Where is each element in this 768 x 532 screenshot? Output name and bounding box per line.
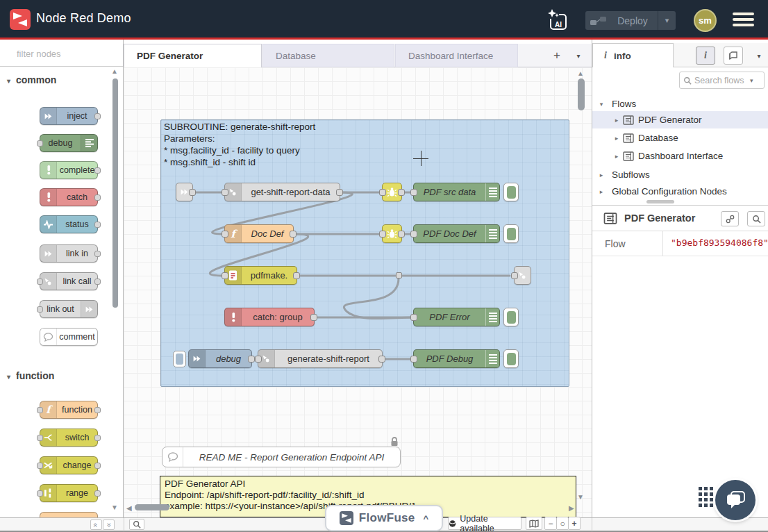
search-flows-box[interactable]: ▾ (679, 72, 765, 89)
zoom-out-button[interactable]: − (544, 517, 557, 530)
copy-link-button[interactable] (721, 211, 739, 226)
input-port[interactable] (37, 463, 43, 469)
flowfuse-panel-toggle[interactable]: FlowFuse ^ (325, 505, 443, 531)
sidebar-info-button[interactable]: i (696, 47, 715, 65)
output-port[interactable] (189, 189, 196, 196)
tree-item-database[interactable]: ▸ Database (592, 129, 768, 147)
output-port[interactable] (293, 272, 300, 279)
canvas-hscroll-thumb[interactable] (135, 504, 169, 510)
output-port[interactable] (94, 463, 101, 469)
input-port[interactable] (410, 189, 417, 196)
input-port[interactable] (255, 356, 262, 363)
output-port[interactable] (94, 113, 101, 119)
input-port[interactable] (410, 356, 417, 363)
hamburger-menu-icon[interactable] (733, 13, 754, 28)
output-port[interactable] (94, 222, 101, 228)
output-port[interactable] (94, 279, 101, 285)
filter-nodes-input[interactable] (4, 45, 108, 62)
scroll-left-icon[interactable]: ◀ (126, 504, 132, 512)
deploy-caret-icon[interactable]: ▾ (658, 11, 676, 30)
output-port[interactable] (94, 194, 101, 201)
palette-node-link-call[interactable]: link call (40, 272, 98, 290)
output-port[interactable] (248, 356, 255, 363)
tab-list-caret-icon[interactable]: ▾ (571, 49, 585, 63)
output-port[interactable] (94, 490, 101, 497)
output-port[interactable] (290, 231, 297, 238)
tree-hscroll-thumb[interactable] (646, 200, 674, 203)
input-port[interactable] (511, 272, 518, 279)
zoom-in-button[interactable]: + (568, 517, 581, 530)
node-link-out[interactable] (514, 266, 531, 285)
palette-node-function[interactable]: f function (40, 401, 98, 419)
chat-widget-button[interactable] (715, 480, 756, 520)
output-port[interactable] (94, 407, 101, 413)
scroll-down-icon[interactable]: ▼ (577, 493, 584, 501)
node-get-shift-report-data[interactable]: get-shift-report-data (224, 183, 340, 201)
canvas-vscroll-thumb[interactable] (578, 78, 585, 110)
deploy-button[interactable]: Deploy ▾ (585, 11, 676, 30)
node-generate-shift-report[interactable]: generate-shift-report (258, 349, 383, 368)
caret-down-icon[interactable]: ▾ (750, 77, 753, 84)
chat-drag-handle[interactable] (699, 487, 714, 512)
input-port[interactable] (37, 279, 43, 285)
search-flow-button[interactable] (747, 211, 765, 226)
input-port[interactable] (222, 272, 228, 279)
minimap-button[interactable] (526, 517, 542, 530)
zoom-reset-button[interactable]: ○ (556, 517, 569, 530)
palette-expand-all-button[interactable]: « (103, 519, 115, 530)
tree-item-dashboard-interface[interactable]: ▸ Dashboard Interface (592, 147, 768, 165)
sidebar-tab-info[interactable]: i info (592, 43, 674, 67)
inject-button[interactable] (173, 351, 186, 367)
tab-database[interactable]: Database (262, 44, 394, 67)
input-port[interactable] (37, 306, 43, 313)
scroll-up-icon[interactable]: ▲ (111, 67, 118, 75)
input-port[interactable] (410, 231, 417, 238)
palette-node-range[interactable]: range (40, 484, 98, 502)
scroll-down-icon[interactable]: ▼ (111, 504, 118, 511)
node-catch-group[interactable]: catch: group (224, 308, 315, 326)
palette-collapse-all-button[interactable]: « (90, 519, 102, 530)
search-flows-input[interactable] (694, 76, 747, 85)
tree-global-config[interactable]: ▸ Global Configuration Nodes (592, 183, 768, 200)
output-port[interactable] (94, 251, 101, 257)
palette-node-partial[interactable] (40, 512, 98, 517)
debug-toggle-button[interactable] (503, 308, 519, 326)
palette-category-function[interactable]: ▾function (7, 370, 54, 381)
palette-node-complete[interactable]: complete (40, 161, 98, 179)
input-port[interactable] (37, 435, 43, 441)
node-readme-comment[interactable]: READ ME - Report Generation Endpoint API (162, 447, 401, 467)
input-port[interactable] (222, 231, 228, 238)
input-port[interactable] (379, 189, 386, 196)
node-pdf-debug[interactable]: PDF Debug (413, 349, 500, 368)
wire-junction[interactable] (396, 272, 402, 279)
input-port[interactable] (37, 407, 43, 413)
output-port[interactable] (310, 314, 317, 321)
sidebar-menu-caret-icon[interactable]: ▾ (749, 47, 768, 65)
update-available-button[interactable]: Update available (448, 517, 521, 530)
add-tab-button[interactable]: + (549, 47, 565, 64)
output-port[interactable] (378, 356, 385, 363)
output-port[interactable] (398, 231, 405, 238)
debug-toggle-button[interactable] (503, 183, 519, 201)
node-inject-debug[interactable]: debug (188, 349, 252, 368)
node-pdf-src-data[interactable]: PDF src data (413, 183, 500, 201)
node-pdf-doc-def[interactable]: PDF Doc Def (413, 224, 500, 243)
palette-node-catch[interactable]: catch (40, 188, 98, 206)
ai-assistant-button[interactable]: AI (545, 9, 569, 31)
tab-pdf-generator[interactable]: PDF Generator (124, 44, 262, 67)
palette-node-inject[interactable]: inject (40, 107, 98, 125)
palette-node-change[interactable]: change (40, 456, 98, 474)
tree-flows[interactable]: ▾ Flows (592, 95, 768, 113)
input-port[interactable] (222, 189, 228, 196)
palette-scrollbar-thumb[interactable] (112, 78, 118, 308)
output-port[interactable] (94, 167, 101, 174)
debug-toggle-button[interactable] (503, 349, 519, 368)
output-port[interactable] (398, 189, 405, 196)
scroll-up-icon[interactable]: ▲ (577, 69, 584, 77)
input-port[interactable] (37, 490, 43, 497)
tab-dashboard-interface[interactable]: Dashboard Interface (395, 44, 518, 67)
user-avatar[interactable]: sm (694, 9, 717, 32)
output-port[interactable] (336, 189, 343, 196)
palette-category-common[interactable]: ▾common (7, 74, 56, 85)
node-link-in[interactable] (176, 183, 193, 201)
